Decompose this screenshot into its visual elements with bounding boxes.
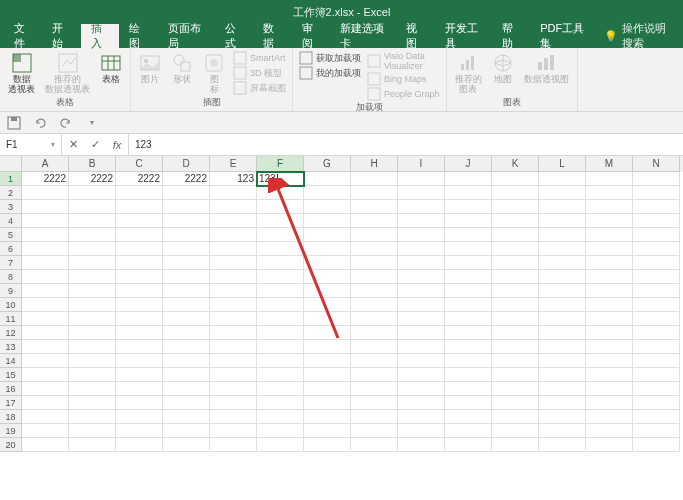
cell-B11[interactable] [69, 312, 116, 326]
select-all-corner[interactable] [0, 156, 22, 172]
cell-K16[interactable] [492, 382, 539, 396]
row-header-5[interactable]: 5 [0, 228, 22, 242]
cell-K1[interactable] [492, 172, 539, 186]
cell-A20[interactable] [22, 438, 69, 452]
cell-F10[interactable] [257, 298, 304, 312]
cell-G12[interactable] [304, 326, 351, 340]
cell-F9[interactable] [257, 284, 304, 298]
cell-I16[interactable] [398, 382, 445, 396]
cell-J7[interactable] [445, 256, 492, 270]
cell-A14[interactable] [22, 354, 69, 368]
cell-G11[interactable] [304, 312, 351, 326]
cell-N7[interactable] [633, 256, 680, 270]
cell-C9[interactable] [116, 284, 163, 298]
cell-J16[interactable] [445, 382, 492, 396]
cell-E12[interactable] [210, 326, 257, 340]
cell-M4[interactable] [586, 214, 633, 228]
cell-M5[interactable] [586, 228, 633, 242]
cell-M9[interactable] [586, 284, 633, 298]
cell-A6[interactable] [22, 242, 69, 256]
cell-D3[interactable] [163, 200, 210, 214]
cell-L11[interactable] [539, 312, 586, 326]
cell-N1[interactable] [633, 172, 680, 186]
col-header-C[interactable]: C [116, 156, 163, 172]
cell-E20[interactable] [210, 438, 257, 452]
cell-K15[interactable] [492, 368, 539, 382]
cell-I15[interactable] [398, 368, 445, 382]
cell-C8[interactable] [116, 270, 163, 284]
cell-G10[interactable] [304, 298, 351, 312]
cell-K3[interactable] [492, 200, 539, 214]
cell-N4[interactable] [633, 214, 680, 228]
cell-I5[interactable] [398, 228, 445, 242]
cell-H12[interactable] [351, 326, 398, 340]
cell-M3[interactable] [586, 200, 633, 214]
cell-G13[interactable] [304, 340, 351, 354]
cell-D4[interactable] [163, 214, 210, 228]
cell-J20[interactable] [445, 438, 492, 452]
cell-D10[interactable] [163, 298, 210, 312]
cell-G20[interactable] [304, 438, 351, 452]
col-header-G[interactable]: G [304, 156, 351, 172]
cell-F14[interactable] [257, 354, 304, 368]
cell-C18[interactable] [116, 410, 163, 424]
cell-B8[interactable] [69, 270, 116, 284]
cell-E14[interactable] [210, 354, 257, 368]
cell-G4[interactable] [304, 214, 351, 228]
cell-C1[interactable]: 2222 [116, 172, 163, 186]
row-header-19[interactable]: 19 [0, 424, 22, 438]
cell-G16[interactable] [304, 382, 351, 396]
cell-G2[interactable] [304, 186, 351, 200]
cell-K7[interactable] [492, 256, 539, 270]
spreadsheet-grid[interactable]: ABCDEFGHIJKLMN 1222222222222222212312323… [0, 156, 683, 452]
tab-数据[interactable]: 数据 [253, 24, 291, 48]
cell-N15[interactable] [633, 368, 680, 382]
cell-M16[interactable] [586, 382, 633, 396]
cell-B7[interactable] [69, 256, 116, 270]
cell-G9[interactable] [304, 284, 351, 298]
cell-B17[interactable] [69, 396, 116, 410]
cell-E10[interactable] [210, 298, 257, 312]
cell-M8[interactable] [586, 270, 633, 284]
cell-M2[interactable] [586, 186, 633, 200]
cell-C16[interactable] [116, 382, 163, 396]
cell-J2[interactable] [445, 186, 492, 200]
cell-C6[interactable] [116, 242, 163, 256]
cell-A16[interactable] [22, 382, 69, 396]
cell-L16[interactable] [539, 382, 586, 396]
cell-D17[interactable] [163, 396, 210, 410]
cell-A1[interactable]: 2222 [22, 172, 69, 186]
cell-I6[interactable] [398, 242, 445, 256]
cell-D20[interactable] [163, 438, 210, 452]
cell-F13[interactable] [257, 340, 304, 354]
cell-L5[interactable] [539, 228, 586, 242]
cell-A13[interactable] [22, 340, 69, 354]
col-header-A[interactable]: A [22, 156, 69, 172]
cell-L6[interactable] [539, 242, 586, 256]
cell-J8[interactable] [445, 270, 492, 284]
cell-E2[interactable] [210, 186, 257, 200]
tab-新建选项卡[interactable]: 新建选项卡 [330, 24, 396, 48]
cell-L3[interactable] [539, 200, 586, 214]
cell-H4[interactable] [351, 214, 398, 228]
cell-L2[interactable] [539, 186, 586, 200]
cell-B3[interactable] [69, 200, 116, 214]
cell-F1[interactable]: 123 [257, 172, 304, 186]
cell-K4[interactable] [492, 214, 539, 228]
cell-F11[interactable] [257, 312, 304, 326]
cell-E19[interactable] [210, 424, 257, 438]
cell-D8[interactable] [163, 270, 210, 284]
cell-G6[interactable] [304, 242, 351, 256]
cell-D16[interactable] [163, 382, 210, 396]
cell-B13[interactable] [69, 340, 116, 354]
cell-L17[interactable] [539, 396, 586, 410]
cell-B18[interactable] [69, 410, 116, 424]
cell-H2[interactable] [351, 186, 398, 200]
tab-帮助[interactable]: 帮助 [492, 24, 530, 48]
cell-G14[interactable] [304, 354, 351, 368]
cell-G3[interactable] [304, 200, 351, 214]
cell-K20[interactable] [492, 438, 539, 452]
cell-I20[interactable] [398, 438, 445, 452]
cell-C15[interactable] [116, 368, 163, 382]
row-header-17[interactable]: 17 [0, 396, 22, 410]
